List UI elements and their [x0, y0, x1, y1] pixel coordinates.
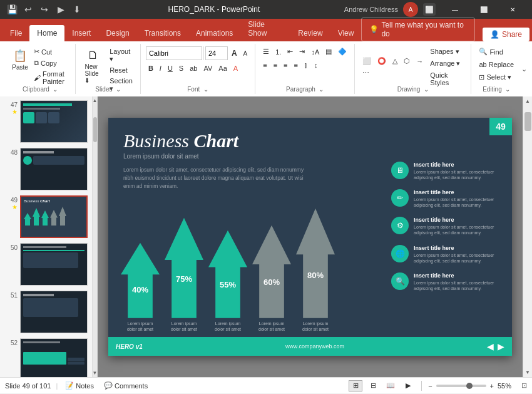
tab-design[interactable]: Design: [98, 25, 136, 41]
slide-item-49[interactable]: 49 ★ Business Chart: [3, 194, 90, 239]
tab-review[interactable]: Review: [290, 25, 330, 41]
redo-icon[interactable]: ↪: [38, 3, 51, 16]
slide-item-48[interactable]: 48: [3, 147, 90, 192]
numbering-button[interactable]: 1.: [273, 47, 284, 57]
shadow-button[interactable]: ab: [187, 63, 200, 73]
slideshow-view-button[interactable]: ▶: [401, 380, 415, 391]
align-center-button[interactable]: ≡: [271, 60, 280, 70]
align-right-button[interactable]: ≡: [281, 60, 290, 70]
layout-button[interactable]: Layout ▾: [107, 46, 135, 65]
decrease-indent-button[interactable]: ⇤: [285, 46, 295, 57]
share-button[interactable]: 👤 Share: [483, 28, 529, 41]
zoom-thumb[interactable]: [466, 383, 473, 389]
replace-button[interactable]: ab Replace: [476, 60, 516, 70]
ribbon-collapse-button[interactable]: ⌄: [521, 44, 527, 94]
close-button[interactable]: ✕: [498, 0, 527, 19]
decrease-font-button[interactable]: A: [241, 49, 250, 58]
normal-view-button[interactable]: ⊞: [349, 380, 362, 391]
reading-view-button[interactable]: 📖: [384, 380, 397, 391]
toggle-ribbon-icon[interactable]: ⬜: [423, 3, 436, 16]
align-left-button[interactable]: ≡: [260, 60, 269, 70]
increase-indent-button[interactable]: ⇥: [297, 46, 307, 57]
tab-transitions[interactable]: Transitions: [137, 25, 188, 41]
save-icon[interactable]: 💾: [5, 3, 19, 16]
justify-button[interactable]: ≡: [291, 60, 300, 70]
slide-item-52[interactable]: 52: [3, 337, 90, 377]
slide-thumbnail-49[interactable]: Business Chart: [20, 195, 88, 238]
text-direction-button[interactable]: ↕A: [309, 47, 322, 57]
canvas-scroll-thumb[interactable]: [524, 112, 531, 131]
find-button[interactable]: 🔍 Find: [476, 46, 505, 57]
zoom-slider[interactable]: [436, 385, 486, 387]
font-name-selector[interactable]: Calibri: [146, 46, 202, 60]
tab-animations[interactable]: Animations: [188, 25, 240, 41]
line-spacing-button[interactable]: ↕: [312, 60, 320, 70]
shape-item[interactable]: ⭕: [375, 56, 389, 66]
increase-font-button[interactable]: A: [229, 48, 240, 59]
align-text-button[interactable]: ▤: [323, 46, 334, 57]
tab-home[interactable]: Home: [29, 25, 64, 41]
slide-panel-scrollbar[interactable]: ▲ ▼: [93, 96, 98, 377]
shape-item[interactable]: ⋯: [360, 68, 372, 78]
minimize-button[interactable]: —: [441, 0, 469, 19]
quick-styles-button[interactable]: Quick Styles: [427, 70, 466, 88]
customize-icon[interactable]: ⬇: [70, 3, 84, 16]
shape-item[interactable]: ⬜: [360, 56, 374, 66]
scroll-thumb[interactable]: [93, 117, 97, 142]
cut-button[interactable]: ✂ Cut: [31, 46, 70, 57]
shapes-dropdown-button[interactable]: Shapes ▾: [427, 46, 466, 57]
bar-2: 75% Lorem ipsumdolor sit amet: [165, 218, 203, 332]
notes-button[interactable]: 📝 Notes: [63, 380, 96, 391]
slide-canvas[interactable]: 49 Business Chart Lorem ipsum dolor sit …: [108, 118, 512, 356]
select-button[interactable]: ⊡ Select ▾: [476, 72, 514, 83]
canvas-scrollbar[interactable]: ▲ ▼: [523, 96, 532, 377]
italic-button[interactable]: I: [157, 63, 164, 73]
fit-slide-button[interactable]: ⊡: [521, 381, 527, 390]
tab-insert[interactable]: Insert: [64, 25, 98, 41]
tab-slideshow[interactable]: Slide Show: [240, 16, 290, 41]
slide-thumbnail-50[interactable]: [20, 243, 88, 286]
slide-sorter-button[interactable]: ⊟: [366, 380, 380, 391]
columns-button[interactable]: ⫿: [302, 60, 310, 70]
shape-item[interactable]: ⬡: [401, 56, 412, 66]
next-slide-nav[interactable]: ▶: [498, 341, 504, 351]
zoom-minus[interactable]: −: [428, 382, 432, 390]
prev-slide-nav[interactable]: ◀: [487, 341, 494, 351]
slide-thumbnail-48[interactable]: [20, 148, 88, 190]
right-item-1: 🖥 Insert title here Lorem ipsum dolor si…: [391, 162, 507, 180]
font-size-selector[interactable]: 24: [205, 46, 228, 60]
zoom-plus[interactable]: +: [490, 382, 494, 390]
restore-button[interactable]: ⬜: [469, 0, 498, 19]
find-icon: 🔍: [479, 48, 488, 56]
copy-button[interactable]: ⧉ Copy: [31, 58, 70, 68]
bold-button[interactable]: B: [146, 63, 156, 73]
canvas-scroll-down[interactable]: ▼: [523, 368, 532, 377]
char-spacing-button[interactable]: AV: [201, 63, 215, 73]
slide-thumbnail-52[interactable]: [20, 338, 88, 377]
bullets-button[interactable]: ☰: [260, 46, 272, 57]
font-color-button[interactable]: A: [231, 63, 240, 73]
format-painter-button[interactable]: 🖌 Format Painter: [31, 69, 70, 86]
shape-item[interactable]: →: [414, 56, 426, 66]
strikethrough-button[interactable]: S: [176, 63, 186, 73]
reset-button[interactable]: Reset: [107, 65, 135, 75]
paste-button[interactable]: 📋 Paste: [10, 46, 30, 73]
undo-icon[interactable]: ↩: [21, 3, 35, 16]
tell-me-input[interactable]: 💡 Tell me what you want to do: [361, 18, 475, 41]
present-icon[interactable]: ▶: [54, 3, 68, 16]
new-slide-button[interactable]: 🗋 New Slide ⬇: [81, 46, 106, 86]
tab-view[interactable]: View: [330, 25, 362, 41]
slide-item-47[interactable]: 47 ★: [3, 99, 90, 144]
change-case-button[interactable]: Aa: [216, 63, 229, 73]
arrange-button[interactable]: Arrange ▾: [427, 58, 466, 69]
smartart-button[interactable]: 🔷: [335, 46, 349, 57]
canvas-scroll-up[interactable]: ▲: [523, 96, 532, 106]
slide-item-51[interactable]: 51: [3, 289, 90, 334]
underline-button[interactable]: U: [165, 63, 175, 73]
tab-file[interactable]: File: [3, 25, 29, 41]
slide-thumbnail-51[interactable]: [20, 291, 88, 333]
shape-item[interactable]: △: [390, 56, 400, 66]
slide-thumbnail-47[interactable]: [20, 100, 88, 143]
comments-button[interactable]: 💬 Comments: [101, 380, 150, 391]
slide-item-50[interactable]: 50: [3, 242, 90, 287]
